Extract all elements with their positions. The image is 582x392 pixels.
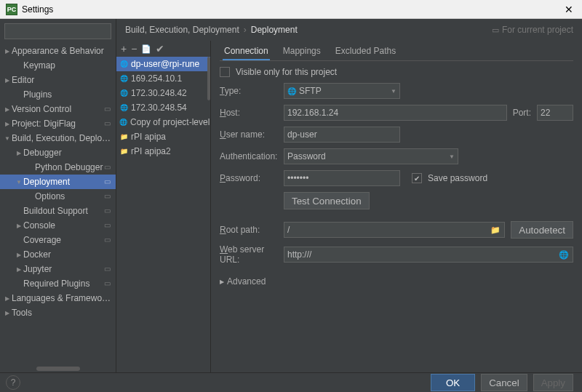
sidebar-item[interactable]: Languages & Frameworks — [0, 291, 116, 305]
server-item-label: rPI apipa — [131, 132, 166, 142]
web-server-icon: 🌐 — [119, 118, 127, 127]
copy-server-button[interactable]: 📄 — [141, 44, 151, 54]
arrow-placeholder — [26, 192, 35, 201]
server-item-label: rPI apipa2 — [131, 146, 171, 156]
sidebar-item[interactable]: Plugins — [0, 87, 116, 102]
server-item-label: 169.254.10.1 — [131, 73, 182, 84]
server-item[interactable]: 🌐172.30.248.42 — [116, 86, 210, 100]
server-toolbar: + − 📄 ✔ — [116, 41, 210, 57]
advanced-section-toggle[interactable]: ▶ Advanced — [220, 276, 573, 287]
sftp-icon: 🌐 — [287, 87, 296, 95]
web-server-icon: 🌐 — [119, 103, 128, 112]
sidebar-item-label: Build, Execution, Deployment — [12, 133, 113, 143]
sidebar-item[interactable]: Editor — [0, 73, 116, 87]
server-item[interactable]: 🌐Copy of project-level serv — [116, 115, 210, 129]
sidebar-item[interactable]: Options▭ — [0, 189, 116, 204]
project-scope-icon: ▭ — [104, 163, 113, 172]
server-list-scrollbar[interactable] — [207, 57, 210, 100]
apply-button[interactable]: Apply — [533, 374, 573, 391]
save-password-label[interactable]: Save password — [428, 173, 487, 183]
chevron-right-icon: › — [244, 25, 247, 35]
sidebar-item-label: Debugger — [23, 148, 113, 158]
breadcrumb-part[interactable]: Build, Execution, Deployment — [125, 25, 239, 35]
visible-only-checkbox[interactable] — [220, 67, 230, 77]
sidebar-item[interactable]: Version Control▭ — [0, 102, 116, 116]
server-item[interactable]: 📁rPI apipa2 — [116, 144, 210, 159]
chevron-right-icon — [3, 119, 12, 128]
autodetect-button[interactable]: Autodetect — [511, 221, 573, 239]
local-server-icon: 📁 — [119, 132, 128, 141]
sidebar-item-label: Project: DigiFlag — [12, 119, 104, 129]
chevron-down-icon: ▼ — [449, 153, 455, 160]
tab-connection[interactable]: Connection — [223, 43, 270, 60]
sidebar-item[interactable]: Tools — [0, 305, 116, 320]
sidebar-item[interactable]: Deployment▭ — [0, 175, 116, 189]
for-current-project-label: ▭ For current project — [492, 25, 573, 35]
weburl-input[interactable] — [284, 247, 573, 263]
open-url-icon[interactable]: 🌐 — [559, 250, 569, 260]
search-input[interactable] — [11, 26, 120, 36]
host-input[interactable] — [284, 105, 507, 121]
set-default-button[interactable]: ✔ — [156, 43, 164, 55]
sidebar-item[interactable]: Console▭ — [0, 218, 116, 233]
web-server-icon: 🌐 — [119, 60, 128, 68]
search-box[interactable] — [4, 23, 111, 39]
sidebar-item[interactable]: Build, Execution, Deployment — [0, 131, 116, 145]
sidebar-item-label: Editor — [12, 75, 113, 85]
add-server-button[interactable]: + — [121, 43, 127, 55]
sidebar-item-label: Keymap — [23, 60, 113, 71]
sidebar-item[interactable]: Jupyter▭ — [0, 262, 116, 276]
sidebar-item[interactable]: Required Plugins▭ — [0, 276, 116, 291]
visible-only-label[interactable]: Visible only for this project — [236, 67, 337, 77]
sidebar-item[interactable]: Python Debugger▭ — [0, 160, 116, 175]
server-item[interactable]: 🌐172.30.248.54 — [116, 100, 210, 115]
project-scope-icon: ▭ — [104, 279, 113, 288]
project-scope-icon: ▭ — [104, 207, 113, 215]
sidebar-item[interactable]: Project: DigiFlag▭ — [0, 116, 116, 131]
sidebar-item[interactable]: Docker — [0, 247, 116, 262]
port-input[interactable] — [537, 105, 573, 121]
sidebar-item-label: Appearance & Behavior — [12, 46, 113, 56]
sidebar-item[interactable]: Buildout Support▭ — [0, 204, 116, 218]
test-connection-button[interactable]: Test Connection — [284, 192, 370, 209]
sidebar-item[interactable]: Appearance & Behavior — [0, 44, 116, 58]
password-input[interactable] — [284, 170, 400, 186]
chevron-right-icon — [15, 148, 23, 157]
chevron-right-icon — [3, 294, 12, 303]
sidebar-item[interactable]: Coverage▭ — [0, 233, 116, 247]
sidebar-item[interactable]: Debugger — [0, 145, 116, 160]
breadcrumb: Build, Execution, Deployment › Deploymen… — [116, 19, 582, 41]
horizontal-scrollbar[interactable] — [36, 367, 80, 371]
form-area: ConnectionMappingsExcluded Paths Visible… — [211, 41, 582, 372]
tabs: ConnectionMappingsExcluded Paths — [220, 41, 573, 61]
breadcrumb-part: Deployment — [251, 25, 298, 35]
browse-folder-icon[interactable]: 📁 — [490, 225, 501, 235]
arrow-placeholder — [15, 61, 23, 70]
save-password-checkbox[interactable] — [412, 173, 422, 183]
sidebar-item-label: Python Debugger — [35, 162, 104, 172]
type-select[interactable]: 🌐SFTP ▼ — [284, 83, 400, 99]
help-button[interactable]: ? — [6, 375, 20, 390]
username-input[interactable] — [284, 127, 400, 143]
sidebar-item[interactable]: Keymap — [0, 58, 116, 73]
sidebar-item-label: Languages & Frameworks — [12, 293, 113, 303]
auth-select[interactable]: Password ▼ — [284, 148, 458, 164]
cancel-button[interactable]: Cancel — [481, 374, 527, 391]
chevron-right-icon: ▶ — [220, 279, 224, 285]
root-path-input[interactable] — [284, 222, 505, 238]
settings-tree: Appearance & BehaviorKeymapEditorPlugins… — [0, 44, 116, 365]
web-server-icon: 🌐 — [119, 89, 128, 97]
tab-mappings[interactable]: Mappings — [282, 43, 322, 60]
close-icon[interactable]: ✕ — [562, 4, 576, 15]
chevron-right-icon — [15, 265, 23, 273]
titlebar: PC Settings ✕ — [0, 0, 582, 19]
sidebar-item-label: Plugins — [23, 89, 113, 100]
password-label: Password: — [220, 173, 278, 183]
remove-server-button[interactable]: − — [131, 43, 137, 55]
server-item[interactable]: 🌐169.254.10.1 — [116, 71, 210, 86]
chevron-right-icon — [3, 76, 12, 84]
server-item[interactable]: 🌐dp-user@rpi-rune — [116, 57, 210, 71]
server-item[interactable]: 📁rPI apipa — [116, 129, 210, 144]
tab-excluded-paths[interactable]: Excluded Paths — [334, 43, 397, 60]
ok-button[interactable]: OK — [431, 374, 475, 391]
